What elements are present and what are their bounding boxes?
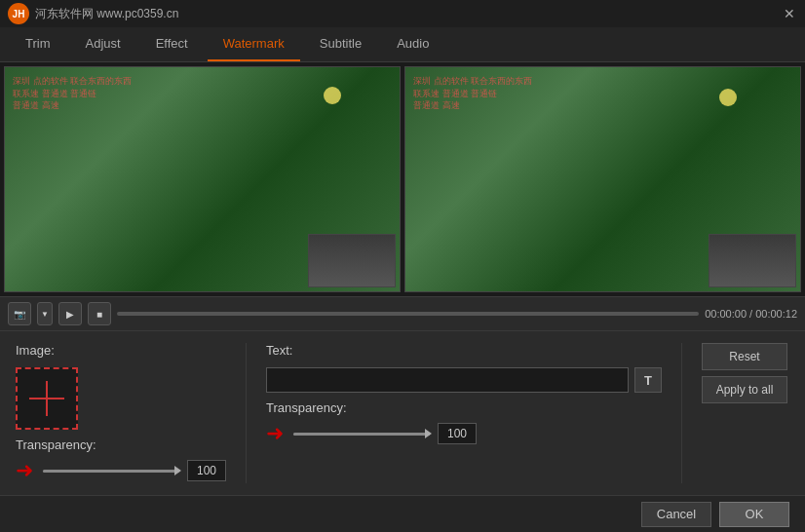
text-watermark-input[interactable]: [266, 367, 629, 393]
image-row: [16, 367, 226, 430]
close-button[interactable]: ✕: [782, 6, 797, 21]
image-section: Image: Transparency: ➜ 1: [16, 343, 226, 483]
tab-audio[interactable]: Audio: [381, 27, 444, 61]
tab-trim[interactable]: Trim: [10, 27, 66, 61]
footer: Cancel OK: [0, 495, 805, 532]
text-slider-thumb: [425, 429, 432, 438]
bottom-panel: Image: Transparency: ➜ 1: [0, 331, 805, 495]
button-section: Reset Apply to all: [702, 343, 789, 483]
image-drop-area[interactable]: [16, 367, 78, 430]
image-slider-track[interactable]: [43, 470, 179, 473]
video-preview-left: 深圳 点的软件 联合东西的东西 联系速 普通道 普通链 普通道 高速: [4, 66, 401, 292]
vertical-divider-1: [246, 343, 247, 483]
text-transparency-section: Transparency: ➜ 100: [266, 400, 662, 446]
tab-effect[interactable]: Effect: [140, 27, 204, 61]
apply-to-all-button[interactable]: Apply to all: [702, 376, 787, 403]
text-section: Text: T Transparency: ➜ 100: [266, 343, 662, 483]
watermark-overlay-left: 深圳 点的软件 联合东西的东西 联系速 普通道 普通链 普通道 高速: [13, 75, 132, 112]
image-label: Image:: [16, 343, 226, 358]
dropdown-button[interactable]: ▼: [37, 302, 53, 325]
webcam-person-right: [709, 235, 795, 286]
text-slider-container: [293, 433, 430, 436]
text-input-row: T: [266, 367, 662, 393]
video-bg-right: 深圳 点的软件 联合东西的东西 联系速 普通道 普通链 普通道 高速: [405, 67, 800, 291]
moon-decoration: [324, 87, 341, 104]
text-transparency-label: Transparency:: [266, 400, 662, 415]
watermark-overlay-right: 深圳 点的软件 联合东西的东西 联系速 普通道 普通链 普通道 高速: [413, 75, 532, 112]
title-bar: JH 河东软件网 www.pc0359.cn ✕: [0, 0, 805, 27]
video-area: 深圳 点的软件 联合东西的东西 联系速 普通道 普通链 普通道 高速 深圳 点的…: [0, 62, 805, 296]
camera-button[interactable]: 📷: [8, 302, 31, 325]
text-slider-fill: [293, 433, 430, 436]
cancel-button[interactable]: Cancel: [641, 502, 711, 527]
video-preview-right: 深圳 点的软件 联合东西的东西 联系速 普通道 普通链 普通道 高速: [404, 66, 801, 292]
stop-button[interactable]: ■: [88, 302, 111, 325]
text-slider-row: ➜ 100: [266, 421, 662, 446]
controls-bar: 📷 ▼ ▶ ■ 00:00:00 / 00:00:12: [0, 296, 805, 331]
time-display: 00:00:00 / 00:00:12: [705, 308, 797, 320]
video-bg-left: 深圳 点的软件 联合东西的东西 联系速 普通道 普通链 普通道 高速: [5, 67, 400, 291]
image-arrow-indicator: ➜: [16, 458, 33, 483]
webcam-person-left: [309, 235, 395, 286]
text-arrow-indicator: ➜: [266, 421, 284, 446]
main-window: JH 河东软件网 www.pc0359.cn ✕ Trim Adjust Eff…: [0, 0, 805, 532]
play-button[interactable]: ▶: [58, 302, 82, 325]
text-transparency-value: 100: [438, 423, 477, 444]
tab-subtitle[interactable]: Subtitle: [304, 27, 377, 61]
text-slider-track[interactable]: [293, 433, 430, 436]
vertical-divider-2: [681, 343, 682, 483]
font-button[interactable]: T: [634, 367, 662, 393]
reset-button[interactable]: Reset: [702, 343, 787, 370]
tab-adjust[interactable]: Adjust: [70, 27, 136, 61]
webcam-overlay-right: [709, 234, 796, 287]
image-slider-row: ➜ 100: [16, 458, 226, 483]
webcam-overlay-left: [308, 234, 396, 287]
timeline-bar[interactable]: [117, 312, 699, 316]
text-label: Text:: [266, 343, 662, 358]
logo-area: JH 河东软件网 www.pc0359.cn: [8, 3, 178, 24]
moon-decoration-right: [719, 89, 737, 106]
site-text: 河东软件网 www.pc0359.cn: [35, 6, 178, 22]
ok-button[interactable]: OK: [719, 502, 789, 527]
image-slider-thumb: [174, 466, 181, 475]
tab-watermark[interactable]: Watermark: [208, 27, 300, 61]
image-transparency-label: Transparency:: [16, 437, 226, 452]
image-transparency-value: 100: [187, 460, 226, 481]
image-crosshair-icon: [29, 381, 64, 416]
image-slider-fill: [43, 470, 179, 473]
image-transparency-section: Transparency: ➜ 100: [16, 437, 226, 483]
logo-icon: JH: [8, 3, 29, 24]
tab-bar: Trim Adjust Effect Watermark Subtitle Au…: [0, 27, 805, 62]
image-slider-container: [43, 470, 179, 473]
